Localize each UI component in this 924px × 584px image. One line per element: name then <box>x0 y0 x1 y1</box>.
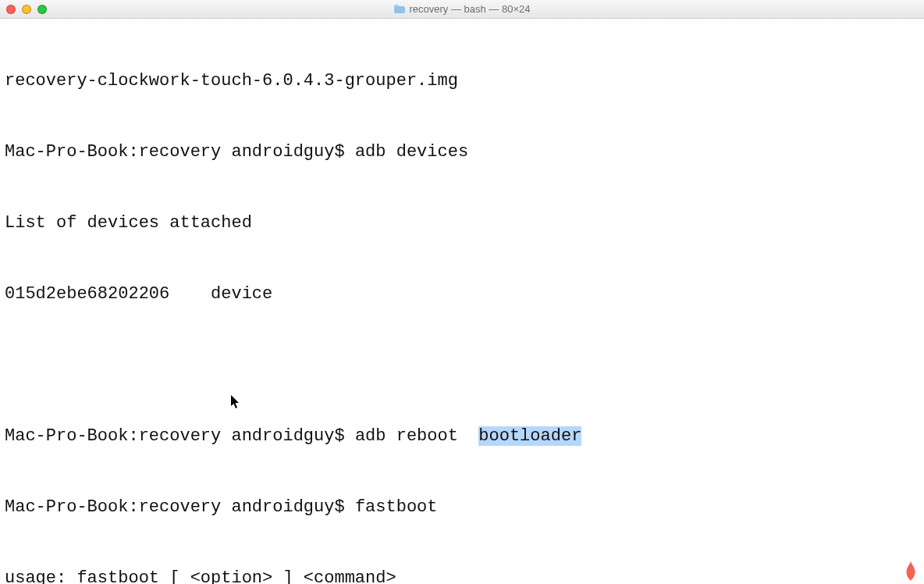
command-text: adb reboot <box>355 426 478 446</box>
selected-text: bootloader <box>478 426 581 446</box>
output-line: List of devices attached <box>5 212 919 235</box>
output-line: recovery-clockwork-touch-6.0.4.3-grouper… <box>5 69 919 93</box>
output-line: Mac-Pro-Book:recovery androidguy$ fastbo… <box>5 496 919 519</box>
device-state: device <box>211 284 272 304</box>
watermark-flame-icon <box>902 561 919 581</box>
output-line <box>5 354 919 377</box>
traffic-lights <box>6 5 47 14</box>
output-line: usage: fastboot [ <option> ] <command> <box>5 567 919 584</box>
output-line: 015d2ebe68202206 device <box>5 283 919 306</box>
shell-prompt: Mac-Pro-Book:recovery androidguy$ <box>5 426 355 446</box>
command-text: adb devices <box>355 142 468 162</box>
output-line: Mac-Pro-Book:recovery androidguy$ adb de… <box>5 141 919 164</box>
folder-icon <box>394 5 405 13</box>
shell-prompt: Mac-Pro-Book:recovery androidguy$ <box>5 142 355 162</box>
titlebar: recovery — bash — 80×24 <box>0 0 924 19</box>
command-text: fastboot <box>355 497 438 517</box>
zoom-icon[interactable] <box>37 5 47 14</box>
window-title-text: recovery — bash — 80×24 <box>410 3 531 15</box>
terminal-output[interactable]: recovery-clockwork-touch-6.0.4.3-grouper… <box>0 19 924 584</box>
close-icon[interactable] <box>6 5 16 14</box>
window-title: recovery — bash — 80×24 <box>0 3 924 15</box>
output-line: Mac-Pro-Book:recovery androidguy$ adb re… <box>5 425 919 448</box>
shell-prompt: Mac-Pro-Book:recovery androidguy$ <box>5 497 355 517</box>
device-id: 015d2ebe68202206 <box>5 284 169 304</box>
minimize-icon[interactable] <box>22 5 31 14</box>
